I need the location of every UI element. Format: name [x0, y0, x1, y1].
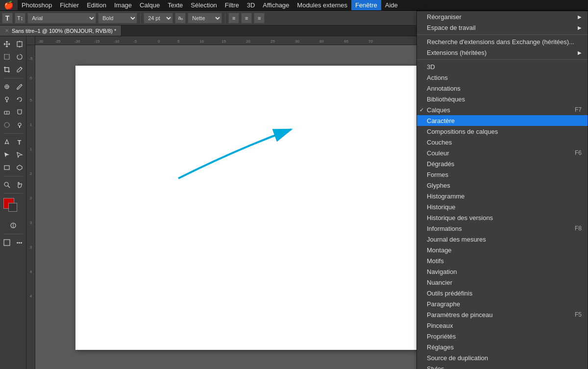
menu-formes[interactable]: Formes	[417, 169, 588, 180]
eyedropper-tool[interactable]	[14, 64, 25, 75]
type-tool[interactable]: T	[14, 136, 25, 148]
menu-extensions-exchange[interactable]: Recherche d'extensions dans Exchange (hé…	[417, 36, 588, 47]
tool-row	[1, 51, 25, 63]
marquee-rect-tool[interactable]	[1, 51, 13, 63]
ruler-corner	[26, 36, 35, 45]
font-size-select[interactable]: 24 pt	[144, 13, 173, 24]
rectangle-shape-tool[interactable]	[1, 162, 13, 173]
paint-bucket-tool[interactable]	[14, 106, 25, 118]
menubar-fenetre[interactable]: Fenêtre	[351, 0, 381, 10]
svg-text:-5: -5	[29, 56, 33, 61]
dodge-tool[interactable]	[14, 119, 25, 131]
menu-glyphes[interactable]: Glyphes	[417, 180, 588, 191]
menubar-apple[interactable]: 🍎	[0, 0, 18, 10]
quick-mask-btn[interactable]	[7, 220, 19, 231]
menu-label: Paragraphe	[427, 300, 460, 308]
menubar-calque[interactable]: Calque	[136, 0, 164, 10]
align-center-btn[interactable]: ≡	[241, 13, 252, 24]
menu-source-duplication[interactable]: Source de duplication	[417, 352, 588, 363]
font-family-select[interactable]: Arial	[27, 13, 96, 24]
menu-reorganiser[interactable]: Réorganiser ▶	[417, 11, 588, 22]
antialiasing-select[interactable]: Nette	[188, 13, 222, 24]
menubar-texte[interactable]: Texte	[164, 0, 187, 10]
zoom-tool[interactable]	[1, 179, 13, 191]
menubar-3d[interactable]: 3D	[243, 0, 259, 10]
menu-proprietes[interactable]: Propriétés	[417, 331, 588, 342]
menubar-edition[interactable]: Edition	[83, 0, 110, 10]
menubar-aide[interactable]: Aide	[381, 0, 402, 10]
menu-label: Motifs	[427, 257, 444, 265]
eraser-tool[interactable]	[1, 106, 13, 118]
menu-outils-predefinis[interactable]: Outils prédéfinis	[417, 288, 588, 298]
menubar-fichier[interactable]: Fichier	[56, 0, 83, 10]
menu-compositions-calques[interactable]: Compositions de calques	[417, 126, 588, 137]
menubar: 🍎 Photoshop Fichier Edition Image Calque…	[0, 0, 588, 11]
menu-calques[interactable]: ✓ Calques F7	[417, 104, 588, 115]
screen-mode-btn[interactable]	[1, 237, 13, 248]
menu-journal-mesures[interactable]: Journal des mesures	[417, 234, 588, 245]
menu-actions[interactable]: Actions	[417, 72, 588, 83]
menu-nuancier[interactable]: Nuancier	[417, 277, 588, 288]
menu-label: Historique des versions	[427, 214, 493, 221]
direct-selection-tool[interactable]	[14, 149, 25, 161]
pen-tool[interactable]	[1, 136, 13, 148]
menu-historique-versions[interactable]: Historique des versions	[417, 212, 588, 223]
extras-btn[interactable]: •••	[14, 237, 25, 248]
menubar-image[interactable]: Image	[110, 0, 136, 10]
align-left-btn[interactable]: ≡	[228, 13, 239, 24]
menu-pinceaux[interactable]: Pinceaux	[417, 320, 588, 331]
menu-bibliotheques[interactable]: Bibliothèques	[417, 94, 588, 104]
brush-tool[interactable]	[14, 81, 25, 93]
menu-extensions-heritees[interactable]: Extensions (héritées) ▶	[417, 47, 588, 58]
menu-3d[interactable]: 3D	[417, 61, 588, 72]
menu-motifs[interactable]: Motifs	[417, 255, 588, 266]
tab-close-btn[interactable]: ✕	[5, 28, 9, 33]
menu-label: Formes	[427, 171, 448, 178]
background-color[interactable]	[8, 203, 17, 212]
custom-shape-tool[interactable]	[14, 162, 25, 173]
menubar-affichage[interactable]: Affichage	[259, 0, 293, 10]
blur-tool[interactable]	[1, 119, 13, 131]
artboard-tool[interactable]	[14, 38, 25, 50]
menu-divider	[417, 59, 588, 60]
menubar-modules[interactable]: Modules externes	[293, 0, 351, 10]
svg-text:3: 3	[30, 245, 32, 249]
svg-text:30: 30	[295, 39, 299, 44]
tool-preset-btn[interactable]: T	[2, 13, 13, 24]
menu-navigation[interactable]: Navigation	[417, 266, 588, 277]
path-selection-tool[interactable]	[1, 149, 13, 161]
menu-histogramme[interactable]: Histogramme	[417, 191, 588, 201]
menubar-filtre[interactable]: Filtre	[221, 0, 243, 10]
menu-espace-travail[interactable]: Espace de travail ▶	[417, 22, 588, 33]
clone-stamp-tool[interactable]	[1, 94, 13, 105]
menu-couches[interactable]: Couches	[417, 137, 588, 148]
menu-label: Réglages	[427, 344, 454, 351]
aa-btn[interactable]: aₐ	[175, 13, 186, 24]
menu-informations[interactable]: Informations F8	[417, 223, 588, 234]
font-style-select[interactable]: Bold	[98, 13, 137, 24]
menubar-photoshop[interactable]: Photoshop	[18, 0, 56, 10]
menu-caractere[interactable]: Caractère	[417, 115, 588, 126]
history-brush-tool[interactable]	[14, 94, 25, 105]
healing-brush-tool[interactable]	[1, 81, 13, 93]
menu-parametres-pinceau[interactable]: Paramètres de pinceau F5	[417, 309, 588, 320]
align-right-btn[interactable]: ≡	[254, 13, 265, 24]
menu-montage[interactable]: Montage	[417, 245, 588, 255]
crop-tool[interactable]	[1, 64, 13, 75]
hand-tool[interactable]	[14, 179, 25, 191]
move-tool[interactable]	[1, 38, 13, 50]
menubar-selection[interactable]: Sélection	[187, 0, 220, 10]
menu-paragraphe[interactable]: Paragraphe	[417, 298, 588, 309]
menu-couleur[interactable]: Couleur F6	[417, 148, 588, 158]
text-orientation-btn[interactable]: T↕	[15, 13, 25, 24]
menu-label: Paramètres de pinceau	[427, 311, 492, 319]
menu-historique[interactable]: Historique	[417, 201, 588, 212]
menu-reglages[interactable]: Réglages	[417, 342, 588, 352]
document-tab[interactable]: ✕ Sans titre–1 @ 100% (BONJOUR, RVB/8) *	[0, 25, 122, 36]
lasso-tool[interactable]	[14, 51, 25, 63]
svg-text:-10: -10	[114, 39, 120, 44]
menu-annotations[interactable]: Annotations	[417, 83, 588, 94]
fenetre-dropdown: Réorganiser ▶ Espace de travail ▶ Recher…	[416, 11, 588, 369]
menu-degrades[interactable]: Dégradés	[417, 158, 588, 169]
menu-styles[interactable]: Styles	[417, 363, 588, 369]
